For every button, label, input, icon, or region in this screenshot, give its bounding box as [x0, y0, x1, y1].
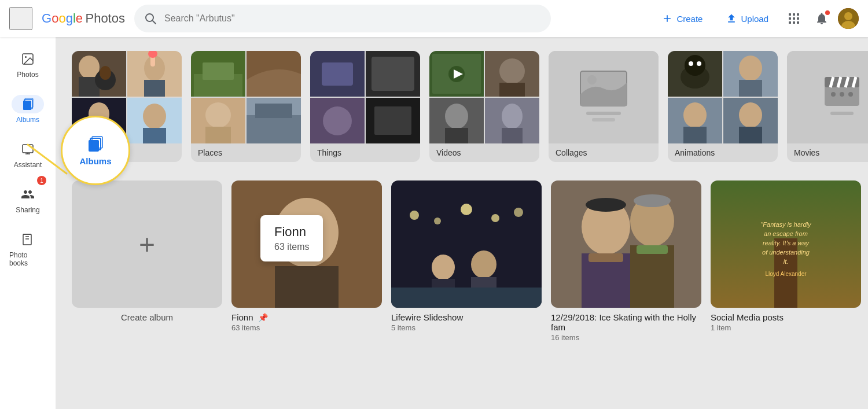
sharing-nav-icon: 1 [12, 185, 44, 204]
svg-text:of understanding: of understanding [762, 249, 810, 256]
sharing-nav-label: Sharing [16, 206, 39, 214]
svg-rect-88 [739, 127, 762, 143]
album-fionn-thumb: Fionn 63 items [231, 180, 382, 308]
sidebar-item-albums[interactable]: Albums [5, 88, 51, 131]
collages-label: Collages [549, 143, 659, 162]
svg-point-110 [491, 214, 499, 222]
svg-point-65 [445, 104, 468, 129]
sidebar-item-sharing[interactable]: 1 Sharing [5, 178, 51, 221]
menu-button[interactable] [9, 7, 32, 30]
svg-point-37 [143, 104, 166, 129]
search-icon [144, 12, 157, 25]
things-thumb [310, 51, 420, 143]
albums-bubble-icon [86, 135, 105, 156]
things-label: Things [310, 143, 420, 162]
movies-label: Movies [787, 143, 868, 162]
album-ice-skating[interactable]: 12/29/2018: Ice Skating with the Holly f… [551, 180, 701, 342]
sidebar-item-photobooks[interactable]: Photo books [5, 223, 51, 274]
svg-point-27 [100, 66, 111, 80]
album-social-media[interactable]: "Fantasy is hardly an escape from realit… [711, 180, 861, 342]
sidebar-item-photos[interactable]: Photos [5, 43, 51, 86]
svg-rect-74 [592, 118, 615, 121]
sidebar-item-assistant[interactable]: Assistant [5, 133, 51, 176]
svg-rect-9 [793, 21, 795, 24]
apps-button[interactable] [782, 7, 806, 30]
svg-point-79 [697, 61, 701, 66]
animations-label: Animations [668, 143, 778, 162]
svg-point-84 [683, 102, 707, 128]
category-movies[interactable]: Movies [787, 51, 868, 162]
category-things[interactable]: Things [310, 51, 420, 162]
svg-rect-52 [372, 57, 414, 91]
svg-rect-125 [637, 245, 668, 254]
create-plus-icon: + [139, 229, 155, 260]
notifications-button[interactable] [810, 7, 833, 30]
svg-text:it.: it. [784, 258, 789, 265]
svg-rect-69 [502, 128, 523, 143]
svg-rect-47 [247, 115, 301, 143]
places-label: Places [191, 143, 301, 162]
fionn-pin-icon: 📌 [258, 313, 268, 322]
svg-point-62 [499, 58, 525, 84]
svg-point-77 [685, 55, 705, 76]
photos-nav-label: Photos [17, 71, 38, 79]
create-album-card[interactable]: + Create album [72, 180, 222, 342]
svg-point-114 [471, 250, 496, 278]
avatar[interactable] [838, 8, 859, 29]
svg-rect-10 [797, 21, 799, 24]
album-ice-skating-count: 16 items [551, 333, 701, 342]
app-logo[interactable]: Google Photos [42, 11, 125, 26]
upload-icon [726, 13, 737, 24]
app-header: Google Photos Create Upload [0, 0, 868, 37]
album-fionn-label: Fionn 📌 [231, 312, 382, 322]
upload-button[interactable]: Upload [716, 8, 778, 29]
svg-point-108 [434, 218, 441, 224]
create-album-thumb: + [72, 180, 222, 308]
assistant-nav-icon [12, 140, 44, 159]
collages-thumb [549, 51, 659, 143]
svg-rect-102 [275, 266, 339, 308]
create-album-label: Create album [72, 312, 222, 322]
svg-point-112 [432, 255, 455, 280]
plus-icon [661, 13, 673, 24]
photobooks-nav-icon [12, 230, 44, 249]
svg-point-97 [840, 92, 844, 97]
album-lifewire-label: Lifewire Slideshow [391, 312, 542, 322]
svg-rect-56 [374, 106, 411, 135]
search-input[interactable] [164, 13, 542, 24]
svg-rect-99 [830, 112, 854, 115]
albums-section: + Create album [72, 180, 854, 342]
album-social-media-count: 1 item [711, 323, 861, 332]
svg-rect-116 [391, 288, 542, 308]
create-button[interactable]: Create [652, 8, 712, 29]
header-actions: Create Upload [652, 7, 859, 30]
albums-nav-icon [12, 95, 44, 113]
places-thumb [191, 51, 301, 143]
svg-rect-63 [499, 83, 525, 97]
category-animations[interactable]: Animations [668, 51, 778, 162]
albums-highlight-bubble: Albums [61, 116, 130, 185]
album-social-media-thumb: "Fantasy is hardly an escape from realit… [711, 180, 861, 308]
category-collages[interactable]: Collages [549, 51, 659, 162]
svg-rect-30 [144, 80, 165, 97]
svg-point-109 [461, 204, 472, 215]
animations-thumb [668, 51, 778, 143]
assistant-nav-label: Assistant [14, 161, 42, 169]
album-lifewire[interactable]: Lifewire Slideshow 5 items [391, 180, 542, 342]
album-fionn[interactable]: Fionn 63 items Fionn 📌 63 items [231, 180, 382, 342]
svg-rect-66 [445, 128, 468, 143]
category-videos[interactable]: Videos [429, 51, 539, 162]
svg-point-15 [25, 56, 27, 58]
album-ice-skating-label: 12/29/2018: Ice Skating with the Holly f… [551, 312, 701, 332]
albums-nav-label: Albums [16, 116, 39, 124]
sidebar: Photos Albums Assistant 1 Sharing [0, 37, 56, 409]
svg-rect-82 [739, 80, 762, 97]
album-ice-skating-thumb [551, 180, 701, 308]
main-content: People & Pets Places Things [56, 37, 868, 409]
svg-point-72 [587, 75, 597, 84]
category-places[interactable]: Places [191, 51, 301, 162]
search-bar[interactable] [134, 5, 551, 32]
notification-badge [825, 10, 830, 15]
svg-rect-3 [793, 13, 795, 16]
svg-rect-6 [793, 17, 795, 20]
